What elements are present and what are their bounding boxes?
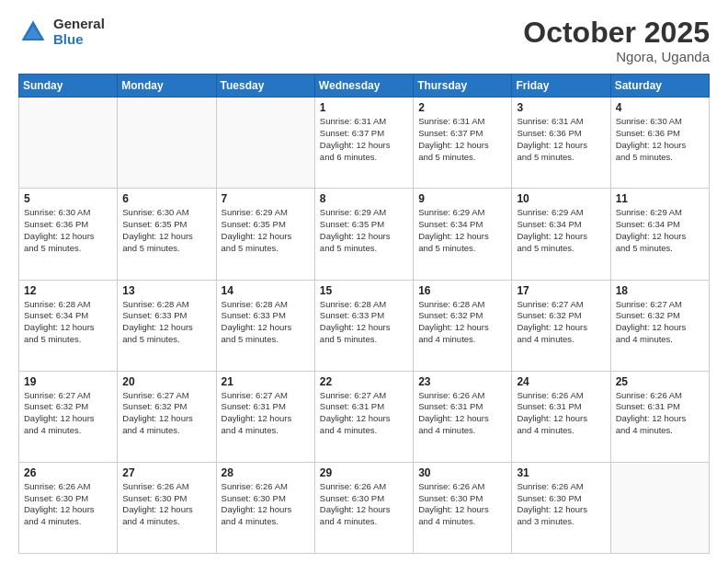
cell-info: Sunrise: 6:29 AM Sunset: 6:34 PM Dayligh… — [616, 207, 704, 254]
day-number: 9 — [418, 192, 506, 205]
calendar-cell: 29Sunrise: 6:26 AM Sunset: 6:30 PM Dayli… — [314, 462, 413, 553]
calendar-week-0: 1Sunrise: 6:31 AM Sunset: 6:37 PM Daylig… — [19, 98, 710, 189]
calendar-cell: 13Sunrise: 6:28 AM Sunset: 6:33 PM Dayli… — [118, 280, 216, 371]
day-number: 6 — [122, 192, 210, 205]
cell-info: Sunrise: 6:27 AM Sunset: 6:32 PM Dayligh… — [24, 390, 112, 437]
logo: General Blue — [18, 17, 105, 47]
col-header-saturday: Saturday — [610, 75, 709, 98]
cell-info: Sunrise: 6:27 AM Sunset: 6:32 PM Dayligh… — [122, 390, 210, 437]
cell-info: Sunrise: 6:26 AM Sunset: 6:30 PM Dayligh… — [517, 481, 605, 528]
col-header-monday: Monday — [118, 75, 216, 98]
day-number: 12 — [24, 284, 112, 297]
cell-info: Sunrise: 6:27 AM Sunset: 6:31 PM Dayligh… — [222, 390, 310, 437]
day-number: 8 — [320, 192, 408, 205]
day-number: 23 — [418, 375, 506, 388]
calendar-header-row: SundayMondayTuesdayWednesdayThursdayFrid… — [19, 75, 710, 98]
calendar-cell: 12Sunrise: 6:28 AM Sunset: 6:34 PM Dayli… — [19, 280, 118, 371]
col-header-wednesday: Wednesday — [314, 75, 413, 98]
cell-info: Sunrise: 6:26 AM Sunset: 6:30 PM Dayligh… — [320, 481, 408, 528]
calendar-cell: 1Sunrise: 6:31 AM Sunset: 6:37 PM Daylig… — [314, 98, 413, 189]
day-number: 17 — [517, 284, 605, 297]
day-number: 11 — [616, 192, 704, 205]
calendar-cell — [216, 98, 314, 189]
cell-info: Sunrise: 6:29 AM Sunset: 6:35 PM Dayligh… — [320, 207, 408, 254]
cell-info: Sunrise: 6:30 AM Sunset: 6:35 PM Dayligh… — [122, 207, 210, 254]
cell-info: Sunrise: 6:31 AM Sunset: 6:37 PM Dayligh… — [418, 116, 506, 163]
calendar-cell: 6Sunrise: 6:30 AM Sunset: 6:35 PM Daylig… — [118, 189, 216, 280]
day-number: 28 — [222, 466, 310, 479]
day-number: 27 — [122, 466, 210, 479]
day-number: 3 — [517, 101, 605, 114]
day-number: 22 — [320, 375, 408, 388]
calendar-cell: 19Sunrise: 6:27 AM Sunset: 6:32 PM Dayli… — [19, 371, 118, 462]
calendar-cell: 9Sunrise: 6:29 AM Sunset: 6:34 PM Daylig… — [414, 189, 512, 280]
cell-info: Sunrise: 6:28 AM Sunset: 6:34 PM Dayligh… — [24, 299, 112, 346]
cell-info: Sunrise: 6:31 AM Sunset: 6:37 PM Dayligh… — [320, 116, 408, 163]
day-number: 13 — [122, 284, 210, 297]
cell-info: Sunrise: 6:26 AM Sunset: 6:31 PM Dayligh… — [517, 390, 605, 437]
cell-info: Sunrise: 6:29 AM Sunset: 6:35 PM Dayligh… — [222, 207, 310, 254]
calendar-cell: 11Sunrise: 6:29 AM Sunset: 6:34 PM Dayli… — [610, 189, 709, 280]
cell-info: Sunrise: 6:30 AM Sunset: 6:36 PM Dayligh… — [24, 207, 112, 254]
calendar-cell: 30Sunrise: 6:26 AM Sunset: 6:30 PM Dayli… — [414, 462, 512, 553]
logo-blue-text: Blue — [53, 32, 105, 48]
calendar-cell: 4Sunrise: 6:30 AM Sunset: 6:36 PM Daylig… — [610, 98, 709, 189]
cell-info: Sunrise: 6:28 AM Sunset: 6:33 PM Dayligh… — [222, 299, 310, 346]
col-header-thursday: Thursday — [414, 75, 512, 98]
day-number: 25 — [616, 375, 704, 388]
calendar-cell: 7Sunrise: 6:29 AM Sunset: 6:35 PM Daylig… — [216, 189, 314, 280]
location: Ngora, Uganda — [523, 49, 710, 64]
calendar-cell: 20Sunrise: 6:27 AM Sunset: 6:32 PM Dayli… — [118, 371, 216, 462]
cell-info: Sunrise: 6:26 AM Sunset: 6:30 PM Dayligh… — [122, 481, 210, 528]
day-number: 20 — [122, 375, 210, 388]
calendar-cell: 5Sunrise: 6:30 AM Sunset: 6:36 PM Daylig… — [19, 189, 118, 280]
cell-info: Sunrise: 6:29 AM Sunset: 6:34 PM Dayligh… — [418, 207, 506, 254]
calendar-cell: 27Sunrise: 6:26 AM Sunset: 6:30 PM Dayli… — [118, 462, 216, 553]
cell-info: Sunrise: 6:29 AM Sunset: 6:34 PM Dayligh… — [517, 207, 605, 254]
title-block: October 2025 Ngora, Uganda — [523, 17, 710, 64]
day-number: 16 — [418, 284, 506, 297]
cell-info: Sunrise: 6:27 AM Sunset: 6:31 PM Dayligh… — [320, 390, 408, 437]
col-header-sunday: Sunday — [19, 75, 118, 98]
day-number: 15 — [320, 284, 408, 297]
cell-info: Sunrise: 6:26 AM Sunset: 6:30 PM Dayligh… — [222, 481, 310, 528]
logo-text: General Blue — [53, 17, 105, 47]
logo-general-text: General — [53, 17, 105, 32]
calendar-cell: 31Sunrise: 6:26 AM Sunset: 6:30 PM Dayli… — [512, 462, 610, 553]
page: General Blue October 2025 Ngora, Uganda … — [0, 0, 728, 563]
day-number: 21 — [222, 375, 310, 388]
calendar-cell: 14Sunrise: 6:28 AM Sunset: 6:33 PM Dayli… — [216, 280, 314, 371]
day-number: 29 — [320, 466, 408, 479]
calendar-cell: 2Sunrise: 6:31 AM Sunset: 6:37 PM Daylig… — [414, 98, 512, 189]
calendar-cell: 10Sunrise: 6:29 AM Sunset: 6:34 PM Dayli… — [512, 189, 610, 280]
day-number: 19 — [24, 375, 112, 388]
calendar-week-2: 12Sunrise: 6:28 AM Sunset: 6:34 PM Dayli… — [19, 280, 710, 371]
cell-info: Sunrise: 6:27 AM Sunset: 6:32 PM Dayligh… — [616, 299, 704, 346]
day-number: 14 — [222, 284, 310, 297]
calendar-cell: 22Sunrise: 6:27 AM Sunset: 6:31 PM Dayli… — [314, 371, 413, 462]
calendar-week-3: 19Sunrise: 6:27 AM Sunset: 6:32 PM Dayli… — [19, 371, 710, 462]
day-number: 31 — [517, 466, 605, 479]
calendar-table: SundayMondayTuesdayWednesdayThursdayFrid… — [18, 74, 710, 554]
header: General Blue October 2025 Ngora, Uganda — [18, 17, 710, 64]
cell-info: Sunrise: 6:28 AM Sunset: 6:33 PM Dayligh… — [122, 299, 210, 346]
cell-info: Sunrise: 6:28 AM Sunset: 6:32 PM Dayligh… — [418, 299, 506, 346]
logo-icon — [18, 17, 48, 47]
calendar-week-4: 26Sunrise: 6:26 AM Sunset: 6:30 PM Dayli… — [19, 462, 710, 553]
col-header-friday: Friday — [512, 75, 610, 98]
day-number: 24 — [517, 375, 605, 388]
cell-info: Sunrise: 6:28 AM Sunset: 6:33 PM Dayligh… — [320, 299, 408, 346]
calendar-cell: 24Sunrise: 6:26 AM Sunset: 6:31 PM Dayli… — [512, 371, 610, 462]
calendar-cell: 16Sunrise: 6:28 AM Sunset: 6:32 PM Dayli… — [414, 280, 512, 371]
calendar-cell — [118, 98, 216, 189]
calendar-cell: 23Sunrise: 6:26 AM Sunset: 6:31 PM Dayli… — [414, 371, 512, 462]
calendar-cell: 21Sunrise: 6:27 AM Sunset: 6:31 PM Dayli… — [216, 371, 314, 462]
cell-info: Sunrise: 6:26 AM Sunset: 6:31 PM Dayligh… — [418, 390, 506, 437]
calendar-cell: 15Sunrise: 6:28 AM Sunset: 6:33 PM Dayli… — [314, 280, 413, 371]
calendar-cell — [19, 98, 118, 189]
day-number: 18 — [616, 284, 704, 297]
day-number: 26 — [24, 466, 112, 479]
cell-info: Sunrise: 6:27 AM Sunset: 6:32 PM Dayligh… — [517, 299, 605, 346]
cell-info: Sunrise: 6:30 AM Sunset: 6:36 PM Dayligh… — [616, 116, 704, 163]
calendar-cell: 25Sunrise: 6:26 AM Sunset: 6:31 PM Dayli… — [610, 371, 709, 462]
